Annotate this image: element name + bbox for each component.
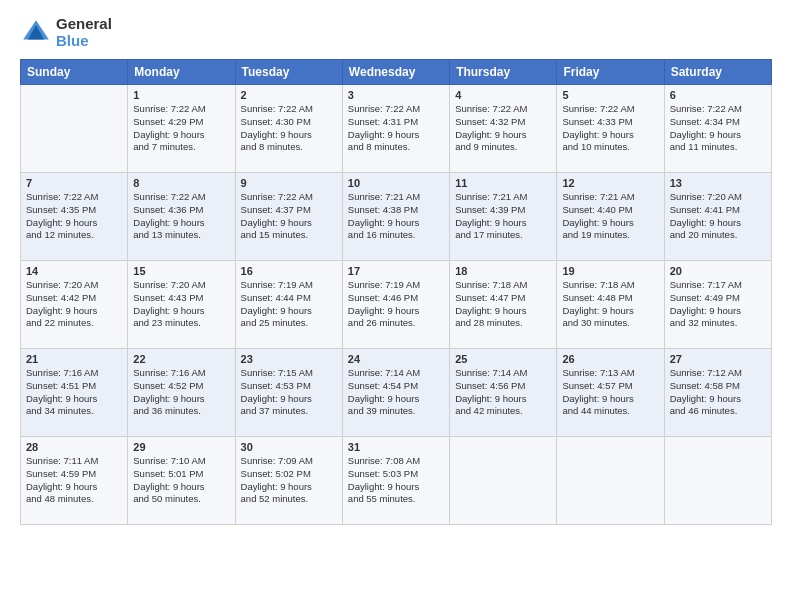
day-number: 13 — [670, 177, 766, 189]
day-number: 10 — [348, 177, 444, 189]
day-number: 16 — [241, 265, 337, 277]
day-number: 18 — [455, 265, 551, 277]
calendar-cell — [450, 437, 557, 525]
day-number: 5 — [562, 89, 658, 101]
calendar-cell — [557, 437, 664, 525]
cell-content: Sunrise: 7:11 AM Sunset: 4:59 PM Dayligh… — [26, 455, 122, 506]
day-header-saturday: Saturday — [664, 60, 771, 85]
calendar-cell: 23Sunrise: 7:15 AM Sunset: 4:53 PM Dayli… — [235, 349, 342, 437]
cell-content: Sunrise: 7:16 AM Sunset: 4:52 PM Dayligh… — [133, 367, 229, 418]
header-row: SundayMondayTuesdayWednesdayThursdayFrid… — [21, 60, 772, 85]
day-number: 12 — [562, 177, 658, 189]
cell-content: Sunrise: 7:08 AM Sunset: 5:03 PM Dayligh… — [348, 455, 444, 506]
cell-content: Sunrise: 7:22 AM Sunset: 4:32 PM Dayligh… — [455, 103, 551, 154]
week-row-4: 21Sunrise: 7:16 AM Sunset: 4:51 PM Dayli… — [21, 349, 772, 437]
day-number: 17 — [348, 265, 444, 277]
day-number: 15 — [133, 265, 229, 277]
day-header-wednesday: Wednesday — [342, 60, 449, 85]
calendar-cell: 30Sunrise: 7:09 AM Sunset: 5:02 PM Dayli… — [235, 437, 342, 525]
day-number: 24 — [348, 353, 444, 365]
calendar-cell: 17Sunrise: 7:19 AM Sunset: 4:46 PM Dayli… — [342, 261, 449, 349]
calendar-cell: 5Sunrise: 7:22 AM Sunset: 4:33 PM Daylig… — [557, 85, 664, 173]
cell-content: Sunrise: 7:21 AM Sunset: 4:38 PM Dayligh… — [348, 191, 444, 242]
cell-content: Sunrise: 7:12 AM Sunset: 4:58 PM Dayligh… — [670, 367, 766, 418]
day-number: 28 — [26, 441, 122, 453]
calendar-cell: 31Sunrise: 7:08 AM Sunset: 5:03 PM Dayli… — [342, 437, 449, 525]
day-number: 31 — [348, 441, 444, 453]
day-number: 9 — [241, 177, 337, 189]
cell-content: Sunrise: 7:22 AM Sunset: 4:33 PM Dayligh… — [562, 103, 658, 154]
cell-content: Sunrise: 7:15 AM Sunset: 4:53 PM Dayligh… — [241, 367, 337, 418]
calendar-cell: 25Sunrise: 7:14 AM Sunset: 4:56 PM Dayli… — [450, 349, 557, 437]
cell-content: Sunrise: 7:22 AM Sunset: 4:35 PM Dayligh… — [26, 191, 122, 242]
cell-content: Sunrise: 7:22 AM Sunset: 4:36 PM Dayligh… — [133, 191, 229, 242]
calendar-cell: 20Sunrise: 7:17 AM Sunset: 4:49 PM Dayli… — [664, 261, 771, 349]
page: General Blue SundayMondayTuesdayWednesda… — [0, 0, 792, 612]
calendar-cell: 24Sunrise: 7:14 AM Sunset: 4:54 PM Dayli… — [342, 349, 449, 437]
cell-content: Sunrise: 7:19 AM Sunset: 4:46 PM Dayligh… — [348, 279, 444, 330]
calendar-cell: 15Sunrise: 7:20 AM Sunset: 4:43 PM Dayli… — [128, 261, 235, 349]
cell-content: Sunrise: 7:18 AM Sunset: 4:48 PM Dayligh… — [562, 279, 658, 330]
week-row-5: 28Sunrise: 7:11 AM Sunset: 4:59 PM Dayli… — [21, 437, 772, 525]
calendar-cell: 2Sunrise: 7:22 AM Sunset: 4:30 PM Daylig… — [235, 85, 342, 173]
day-number: 27 — [670, 353, 766, 365]
cell-content: Sunrise: 7:13 AM Sunset: 4:57 PM Dayligh… — [562, 367, 658, 418]
logo-icon — [20, 17, 52, 49]
day-number: 4 — [455, 89, 551, 101]
day-number: 6 — [670, 89, 766, 101]
calendar-cell: 10Sunrise: 7:21 AM Sunset: 4:38 PM Dayli… — [342, 173, 449, 261]
calendar-cell: 13Sunrise: 7:20 AM Sunset: 4:41 PM Dayli… — [664, 173, 771, 261]
day-number: 19 — [562, 265, 658, 277]
calendar-cell: 7Sunrise: 7:22 AM Sunset: 4:35 PM Daylig… — [21, 173, 128, 261]
calendar-cell: 22Sunrise: 7:16 AM Sunset: 4:52 PM Dayli… — [128, 349, 235, 437]
week-row-3: 14Sunrise: 7:20 AM Sunset: 4:42 PM Dayli… — [21, 261, 772, 349]
day-number: 8 — [133, 177, 229, 189]
day-number: 3 — [348, 89, 444, 101]
calendar-cell: 29Sunrise: 7:10 AM Sunset: 5:01 PM Dayli… — [128, 437, 235, 525]
day-number: 21 — [26, 353, 122, 365]
calendar-cell: 14Sunrise: 7:20 AM Sunset: 4:42 PM Dayli… — [21, 261, 128, 349]
day-number: 25 — [455, 353, 551, 365]
cell-content: Sunrise: 7:20 AM Sunset: 4:42 PM Dayligh… — [26, 279, 122, 330]
day-header-friday: Friday — [557, 60, 664, 85]
day-number: 14 — [26, 265, 122, 277]
day-number: 1 — [133, 89, 229, 101]
cell-content: Sunrise: 7:17 AM Sunset: 4:49 PM Dayligh… — [670, 279, 766, 330]
calendar-cell: 8Sunrise: 7:22 AM Sunset: 4:36 PM Daylig… — [128, 173, 235, 261]
cell-content: Sunrise: 7:14 AM Sunset: 4:54 PM Dayligh… — [348, 367, 444, 418]
calendar-cell: 11Sunrise: 7:21 AM Sunset: 4:39 PM Dayli… — [450, 173, 557, 261]
calendar-cell — [21, 85, 128, 173]
cell-content: Sunrise: 7:18 AM Sunset: 4:47 PM Dayligh… — [455, 279, 551, 330]
logo-line1: General — [56, 16, 112, 33]
day-number: 22 — [133, 353, 229, 365]
cell-content: Sunrise: 7:10 AM Sunset: 5:01 PM Dayligh… — [133, 455, 229, 506]
calendar-cell: 26Sunrise: 7:13 AM Sunset: 4:57 PM Dayli… — [557, 349, 664, 437]
calendar-cell — [664, 437, 771, 525]
cell-content: Sunrise: 7:22 AM Sunset: 4:31 PM Dayligh… — [348, 103, 444, 154]
cell-content: Sunrise: 7:14 AM Sunset: 4:56 PM Dayligh… — [455, 367, 551, 418]
day-number: 30 — [241, 441, 337, 453]
calendar-cell: 27Sunrise: 7:12 AM Sunset: 4:58 PM Dayli… — [664, 349, 771, 437]
cell-content: Sunrise: 7:16 AM Sunset: 4:51 PM Dayligh… — [26, 367, 122, 418]
calendar-cell: 19Sunrise: 7:18 AM Sunset: 4:48 PM Dayli… — [557, 261, 664, 349]
week-row-2: 7Sunrise: 7:22 AM Sunset: 4:35 PM Daylig… — [21, 173, 772, 261]
day-header-sunday: Sunday — [21, 60, 128, 85]
calendar-cell: 21Sunrise: 7:16 AM Sunset: 4:51 PM Dayli… — [21, 349, 128, 437]
day-number: 26 — [562, 353, 658, 365]
cell-content: Sunrise: 7:21 AM Sunset: 4:40 PM Dayligh… — [562, 191, 658, 242]
calendar-cell: 9Sunrise: 7:22 AM Sunset: 4:37 PM Daylig… — [235, 173, 342, 261]
calendar-cell: 1Sunrise: 7:22 AM Sunset: 4:29 PM Daylig… — [128, 85, 235, 173]
cell-content: Sunrise: 7:20 AM Sunset: 4:41 PM Dayligh… — [670, 191, 766, 242]
day-number: 7 — [26, 177, 122, 189]
day-number: 2 — [241, 89, 337, 101]
logo-text: General Blue — [56, 16, 112, 49]
calendar-cell: 18Sunrise: 7:18 AM Sunset: 4:47 PM Dayli… — [450, 261, 557, 349]
calendar-table: SundayMondayTuesdayWednesdayThursdayFrid… — [20, 59, 772, 525]
calendar-cell: 12Sunrise: 7:21 AM Sunset: 4:40 PM Dayli… — [557, 173, 664, 261]
calendar-cell: 28Sunrise: 7:11 AM Sunset: 4:59 PM Dayli… — [21, 437, 128, 525]
cell-content: Sunrise: 7:20 AM Sunset: 4:43 PM Dayligh… — [133, 279, 229, 330]
cell-content: Sunrise: 7:21 AM Sunset: 4:39 PM Dayligh… — [455, 191, 551, 242]
day-number: 29 — [133, 441, 229, 453]
logo: General Blue — [20, 16, 112, 49]
day-number: 23 — [241, 353, 337, 365]
